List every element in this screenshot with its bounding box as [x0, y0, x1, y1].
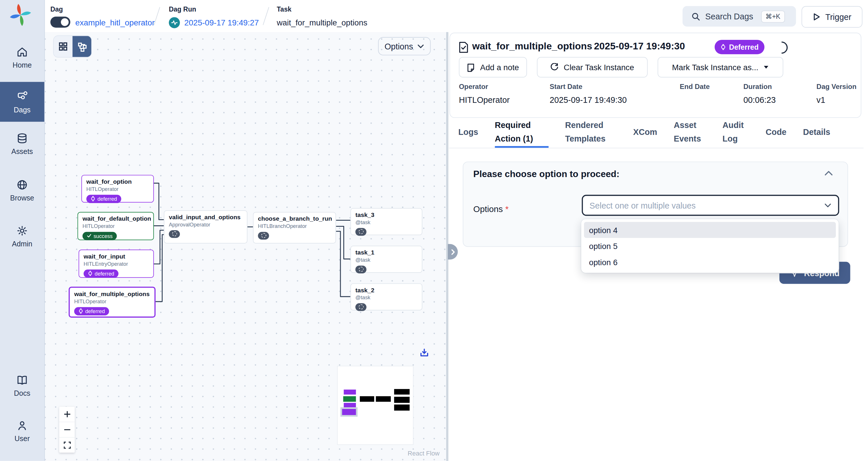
- refresh-icon: [550, 63, 559, 71]
- toggle-knob: [61, 18, 69, 26]
- dropdown-option[interactable]: option 5: [584, 238, 836, 254]
- watch-icon: [91, 196, 95, 202]
- task-instance-tabs: Logs Required Action (1) Rendered Templa…: [449, 118, 864, 148]
- dropdown-option[interactable]: option 4: [584, 222, 836, 238]
- watch-icon: [88, 271, 92, 276]
- tab-required-action[interactable]: Required Action (1): [495, 118, 548, 148]
- node-title: wait_for_default_option: [83, 215, 149, 222]
- required-marker: *: [505, 204, 509, 214]
- meta-value-dag-version: v1: [816, 95, 825, 105]
- sidebar-item-label: Assets: [11, 147, 33, 156]
- options-multiselect-input[interactable]: Select one or multiple values: [582, 195, 839, 216]
- graph-node-task_3[interactable]: task_3 @task: [350, 208, 422, 235]
- zoom-in-button[interactable]: [59, 407, 75, 422]
- fit-view-button[interactable]: [59, 438, 75, 453]
- tab-asset-events[interactable]: Asset Events: [674, 118, 706, 148]
- node-operator: @task: [355, 257, 417, 264]
- airflow-logo: [9, 3, 32, 26]
- minimap-node: [360, 396, 374, 402]
- sidebar-item-label: Admin: [12, 240, 32, 248]
- tab-code[interactable]: Code: [766, 118, 786, 148]
- grid-view-button[interactable]: [54, 36, 72, 57]
- node-state-badge: success: [83, 232, 117, 240]
- minimap-node: [394, 397, 410, 403]
- chevron-up-icon[interactable]: [824, 171, 833, 176]
- tab-logs[interactable]: Logs: [458, 118, 478, 148]
- globe-icon: [16, 179, 28, 191]
- meta-value-operator: HITLOperator: [459, 95, 510, 105]
- minimap-node: [343, 396, 356, 402]
- node-operator: HITLEntryOperator: [84, 261, 149, 268]
- node-title: task_2: [355, 286, 417, 294]
- trigger-button[interactable]: Trigger: [802, 6, 863, 28]
- search-icon: [691, 12, 700, 21]
- node-no-status-icon: [355, 228, 366, 236]
- graph-node-wait_for_default_option[interactable]: wait_for_default_option HITLOperator suc…: [78, 212, 154, 240]
- node-operator: ApprovalOperator: [169, 221, 243, 228]
- graph-options-button[interactable]: Options: [378, 37, 431, 55]
- sidebar-item-dags[interactable]: Dags: [0, 82, 44, 122]
- sidebar-item-docs[interactable]: Docs: [0, 374, 44, 397]
- dag-pause-toggle[interactable]: [50, 17, 70, 27]
- graph-node-valid_input_and_options[interactable]: valid_input_and_options ApprovalOperator: [164, 210, 247, 244]
- search-shortcut: ⌘+K: [761, 10, 784, 22]
- graph-view-button[interactable]: [72, 36, 91, 57]
- graph-node-wait_for_option[interactable]: wait_for_option HITLOperator deferred: [82, 175, 154, 203]
- minimap-node: [344, 403, 356, 408]
- search-input[interactable]: Search Dags ⌘+K: [683, 6, 796, 27]
- sidebar-item-home[interactable]: Home: [0, 46, 44, 69]
- mark-task-instance-as-label: Mark Task Instance as...: [672, 63, 758, 72]
- graph-minimap[interactable]: [338, 366, 413, 444]
- top-bar: Dag example_hitl_operator Dag Run 2025-0…: [44, 0, 868, 33]
- breadcrumb-dag-link[interactable]: example_hitl_operator: [75, 18, 155, 27]
- dropdown-option[interactable]: option 6: [584, 254, 836, 270]
- tab-xcom[interactable]: XCom: [633, 118, 657, 148]
- graph-node-wait_for_multiple_options[interactable]: wait_for_multiple_options HITLOperator d…: [69, 286, 156, 317]
- breadcrumb-separator: [263, 7, 269, 25]
- node-title: task_1: [355, 248, 417, 256]
- zoom-out-button[interactable]: [59, 422, 75, 438]
- graph-options-label: Options: [384, 41, 413, 51]
- user-icon: [16, 420, 28, 432]
- minimap-node: [344, 390, 356, 395]
- minimap-node: [376, 396, 391, 402]
- add-note-button[interactable]: Add a note: [459, 57, 527, 78]
- graph-view-toggle: [53, 35, 92, 58]
- sidebar-item-label: User: [14, 434, 30, 443]
- dag-graph-canvas[interactable]: Options wait_for_option HITLOperator def…: [44, 32, 446, 461]
- breadcrumb-task-label: Task: [277, 5, 292, 13]
- minimap-node: [394, 389, 410, 395]
- breadcrumb-dagrun-link[interactable]: 2025-09-17 19:49:27: [184, 18, 259, 27]
- node-no-status-icon: [355, 303, 366, 311]
- meta-value-start-date: 2025-09-17 19:49:30: [550, 95, 627, 105]
- download-graph-icon[interactable]: [420, 348, 429, 358]
- tab-audit-log[interactable]: Audit Log: [722, 118, 749, 148]
- tab-rendered-templates[interactable]: Rendered Templates: [565, 118, 617, 148]
- node-state-badge: deferred: [74, 307, 110, 315]
- graph-node-choose_a_branch_to_run[interactable]: choose_a_branch_to_run HITLBranchOperato…: [253, 212, 336, 244]
- graph-node-task_1[interactable]: task_1 @task: [350, 246, 422, 273]
- sidebar-item-admin[interactable]: Admin: [0, 225, 44, 248]
- tab-details[interactable]: Details: [803, 118, 830, 148]
- breadcrumb-separator: [154, 7, 160, 25]
- sidebar-item-label: Browse: [10, 194, 34, 202]
- sidebar-item-assets[interactable]: Assets: [0, 132, 44, 155]
- mark-task-instance-as-button[interactable]: Mark Task Instance as...: [657, 57, 783, 78]
- clear-task-instance-button[interactable]: Clear Task Instance: [537, 57, 647, 78]
- graph-node-task_2[interactable]: task_2 @task: [350, 283, 422, 310]
- sidebar-item-user[interactable]: User: [0, 420, 44, 442]
- meta-label-duration: Duration: [744, 83, 772, 91]
- loading-spinner: [773, 39, 790, 56]
- graph-node-wait_for_input[interactable]: wait_for_input HITLEntryOperator deferre…: [79, 250, 154, 278]
- sidebar-item-browse[interactable]: Browse: [0, 179, 44, 202]
- meta-label-operator: Operator: [459, 83, 488, 91]
- play-icon: [812, 13, 820, 21]
- minimap-node-selected: [342, 409, 356, 415]
- grid-icon: [58, 41, 68, 52]
- watch-icon: [79, 308, 83, 314]
- meta-value-duration: 00:06:23: [744, 95, 776, 105]
- breadcrumb-dagrun-label: Dag Run: [169, 5, 196, 13]
- required-action-heading: Please choose option to proceed:: [473, 169, 619, 179]
- sidebar: Home Dags Assets Browse Admin Docs User: [0, 0, 45, 461]
- task-instance-panel: wait_for_multiple_options 2025-09-17 19:…: [448, 32, 868, 461]
